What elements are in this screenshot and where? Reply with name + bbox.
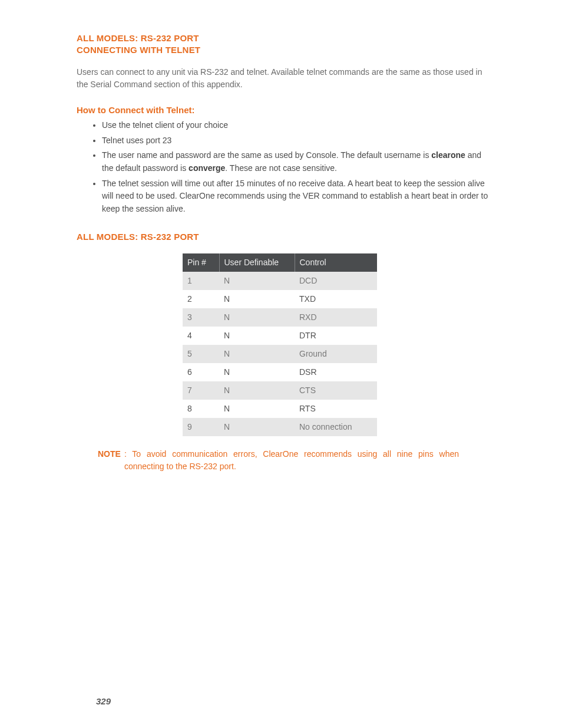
section-heading-rs232-telnet: ALL MODELS: RS-232 PORT CONNECTING WITH … [77,32,494,57]
table-row: 6NDSR [183,363,377,381]
note-text: : To avoid communication errors, ClearOn… [124,448,494,473]
list-item: The user name and password are the same … [102,149,494,174]
cell-ctrl: CTS [295,381,377,400]
table-row: 3NRXD [183,308,377,327]
subheading-how-to-connect: How to Connect with Telnet: [77,104,494,117]
cell-pin: 7 [183,381,219,400]
cell-pin: 8 [183,400,219,418]
table-row: 7NCTS [183,381,377,400]
page-number: 329 [96,695,111,709]
text: . These are not case sensitive. [225,163,337,173]
list-item: The telnet session will time out after 1… [102,177,494,216]
table-row: 2NTXD [183,290,377,308]
cell-ud: N [219,400,295,418]
cell-ctrl: No connection [295,418,377,436]
heading-line-2: CONNECTING WITH TELNET [77,45,200,55]
cell-ctrl: RTS [295,400,377,418]
cell-pin: 3 [183,308,219,327]
cell-ud: N [219,381,295,400]
text: The user name and password are the same … [102,150,431,160]
table-row: 9NNo connection [183,418,377,436]
cell-ctrl: DSR [295,363,377,381]
cell-pin: 9 [183,418,219,436]
cell-ctrl: Ground [295,345,377,363]
table-row: 1NDCD [183,272,377,290]
intro-paragraph: Users can connect to any unit via RS-232… [77,66,494,91]
cell-ud: N [219,363,295,381]
cell-pin: 1 [183,272,219,290]
note-label: NOTE [98,448,121,473]
note-block: NOTE : To avoid communication errors, Cl… [98,448,494,473]
cell-ctrl: TXD [295,290,377,308]
list-item: Telnet uses port 23 [102,134,494,147]
col-header-user-definable: User Definable [219,253,295,272]
col-header-control: Control [295,253,377,272]
cell-ud: N [219,418,295,436]
telnet-instructions-list: Use the telnet client of your choice Tel… [77,119,494,216]
cell-pin: 6 [183,363,219,381]
bold-password: converge [189,163,225,173]
cell-ud: N [219,290,295,308]
cell-ud: N [219,272,295,290]
table-header-row: Pin # User Definable Control [183,253,377,272]
cell-pin: 5 [183,345,219,363]
cell-ctrl: RXD [295,308,377,327]
col-header-pin: Pin # [183,253,219,272]
cell-ud: N [219,327,295,345]
table-row: 4NDTR [183,327,377,345]
heading-line-1: ALL MODELS: RS-232 PORT [77,33,199,43]
cell-pin: 2 [183,290,219,308]
table-row: 8NRTS [183,400,377,418]
cell-ctrl: DTR [295,327,377,345]
rs232-pin-table: Pin # User Definable Control 1NDCD 2NTXD… [183,253,377,436]
list-item: Use the telnet client of your choice [102,119,494,132]
cell-ud: N [219,345,295,363]
cell-pin: 4 [183,327,219,345]
cell-ud: N [219,308,295,327]
section-heading-rs232-port: ALL MODELS: RS-232 PORT [77,231,494,243]
table-row: 5NGround [183,345,377,363]
cell-ctrl: DCD [295,272,377,290]
bold-username: clearone [431,150,465,160]
